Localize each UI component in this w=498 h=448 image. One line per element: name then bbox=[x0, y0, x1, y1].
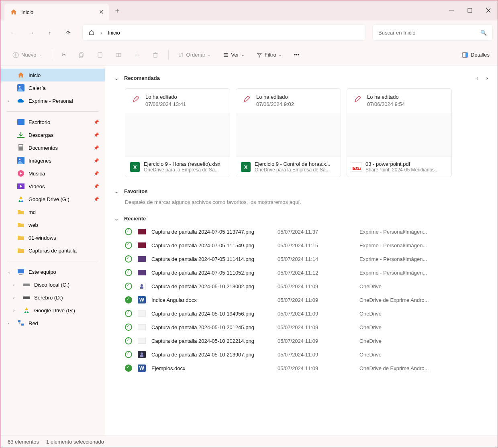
sidebar-item-this-pc[interactable]: ⌄ Este equipo bbox=[0, 265, 105, 278]
address-bar[interactable]: › Inicio bbox=[82, 24, 366, 41]
item-count: 63 elementos bbox=[8, 439, 39, 445]
filter-button[interactable]: Filtro⌄ bbox=[253, 49, 286, 60]
pin-icon[interactable]: 📌 bbox=[94, 184, 99, 189]
copy-button[interactable] bbox=[74, 49, 89, 61]
cut-button[interactable]: ✂ bbox=[58, 49, 70, 60]
svg-rect-39 bbox=[138, 270, 146, 275]
section-recommended-header[interactable]: ⌄ Recomendada ‹ › bbox=[114, 72, 488, 84]
rename-button[interactable] bbox=[111, 49, 126, 61]
sidebar-item-drive[interactable]: › Disco local (C:) bbox=[0, 278, 105, 291]
sidebar-item-home[interactable]: Inicio bbox=[0, 69, 105, 81]
sidebar-item-network[interactable]: › Red bbox=[0, 317, 105, 330]
recent-row[interactable]: Captura de pantalla 2024-07-05 113747.pn… bbox=[114, 225, 488, 238]
recent-row[interactable]: Captura de pantalla 2024-07-05 111052.pn… bbox=[114, 266, 488, 279]
new-tab-button[interactable]: ＋ bbox=[114, 6, 121, 15]
section-recent-header[interactable]: ⌄ Reciente bbox=[114, 212, 488, 225]
sort-button[interactable]: Ordenar⌄ bbox=[174, 49, 215, 60]
sidebar-item-quick[interactable]: Descargas📌 bbox=[0, 128, 105, 141]
prev-button[interactable]: ‹ bbox=[476, 75, 478, 81]
close-icon[interactable]: ✕ bbox=[99, 8, 104, 16]
search-box[interactable]: Buscar en Inicio 🔍 bbox=[372, 24, 493, 41]
sidebar-item-gallery[interactable]: Galería bbox=[0, 81, 105, 94]
svg-rect-38 bbox=[138, 256, 146, 262]
maximize-button[interactable] bbox=[461, 2, 479, 18]
new-button[interactable]: Nuevo ⌄ bbox=[8, 49, 46, 61]
recent-row[interactable]: Captura de pantalla 2024-05-10 202214.pn… bbox=[114, 334, 488, 348]
chevron-right-icon[interactable]: › bbox=[13, 283, 14, 287]
close-window-button[interactable] bbox=[479, 2, 498, 18]
svg-rect-46 bbox=[138, 324, 146, 330]
sidebar-item-quick[interactable]: 01-windows bbox=[0, 231, 105, 244]
view-button[interactable]: Ver⌄ bbox=[219, 49, 249, 60]
recommended-card[interactable]: Lo ha editado07/06/2024 13:41 X Ejercici… bbox=[125, 88, 230, 177]
minimize-button[interactable] bbox=[442, 2, 461, 18]
up-button[interactable]: ↑ bbox=[42, 25, 57, 40]
sidebar-item-quick[interactable]: Escritorio📌 bbox=[0, 116, 105, 128]
sidebar-item-drive[interactable]: › Google Drive (G:) bbox=[0, 304, 105, 317]
sidebar-item-quick[interactable]: Capturas de pantalla bbox=[0, 244, 105, 257]
separator bbox=[168, 50, 169, 60]
pin-icon[interactable]: 📌 bbox=[94, 145, 99, 151]
sidebar-item-label: Inicio bbox=[29, 72, 41, 78]
next-button[interactable]: › bbox=[486, 75, 488, 81]
pin-icon[interactable]: 📌 bbox=[94, 120, 99, 125]
svg-rect-21 bbox=[18, 269, 24, 273]
forward-button[interactable]: → bbox=[24, 25, 39, 40]
sidebar-item-quick[interactable]: Vídeos📌 bbox=[0, 180, 105, 193]
recent-row[interactable]: Captura de pantalla 2024-05-10 213002.pn… bbox=[114, 279, 488, 293]
recent-row[interactable]: Captura de pantalla 2024-05-10 194956.pn… bbox=[114, 307, 488, 320]
chevron-down-icon[interactable]: ⌄ bbox=[8, 270, 11, 274]
details-button[interactable]: Detalles bbox=[462, 52, 490, 58]
pin-icon[interactable]: 📌 bbox=[94, 171, 99, 176]
titlebar: Inicio ✕ ＋ bbox=[0, 0, 498, 20]
edit-icon bbox=[352, 94, 363, 105]
recent-row[interactable]: Captura de pantalla 2024-07-05 111414.pn… bbox=[114, 252, 488, 266]
recent-row[interactable]: Captura de pantalla 2024-07-05 111549.pn… bbox=[114, 238, 488, 252]
sidebar-item-label: web bbox=[29, 222, 38, 228]
section-favorites-header[interactable]: ⌄ Favoritos bbox=[114, 185, 488, 198]
sidebar-item-onedrive[interactable]: › Exprime - Personal bbox=[0, 94, 105, 107]
paste-button[interactable] bbox=[93, 49, 107, 61]
pc-icon bbox=[17, 268, 24, 275]
chevron-right-icon[interactable]: › bbox=[13, 295, 14, 300]
file-icon bbox=[138, 351, 146, 358]
recommended-cards: Lo ha editado07/06/2024 13:41 X Ejercici… bbox=[125, 88, 488, 177]
chevron-right-icon[interactable]: › bbox=[13, 308, 14, 313]
card-location: OneDrive para la Empresa de Sa... bbox=[255, 167, 331, 173]
sidebar-item-drive[interactable]: › Serebro (D:) bbox=[0, 291, 105, 304]
file-location: OneDrive bbox=[359, 283, 488, 289]
sidebar-item-quick[interactable]: Google Drive (G:)📌 bbox=[0, 193, 105, 206]
more-button[interactable]: ••• bbox=[290, 49, 304, 60]
tab-inicio[interactable]: Inicio ✕ bbox=[4, 4, 109, 20]
sidebar-item-quick[interactable]: md bbox=[0, 206, 105, 218]
pin-icon[interactable]: 📌 bbox=[94, 158, 99, 163]
sidebar-item-quick[interactable]: Imágenes📌 bbox=[0, 154, 105, 167]
recent-row[interactable]: W Ejemplos.docx 05/07/2024 11:09 OneDriv… bbox=[114, 361, 488, 375]
recent-list: Captura de pantalla 2024-07-05 113747.pn… bbox=[114, 225, 488, 375]
card-preview bbox=[125, 113, 230, 157]
chevron-down-icon: ⌄ bbox=[208, 53, 211, 57]
recent-row[interactable]: Captura de pantalla 2024-05-10 213907.pn… bbox=[114, 348, 488, 361]
home-icon bbox=[88, 29, 95, 36]
pin-icon[interactable]: 📌 bbox=[94, 197, 99, 202]
recent-row[interactable]: Captura de pantalla 2024-05-10 201245.pn… bbox=[114, 320, 488, 334]
chevron-right-icon[interactable]: › bbox=[8, 99, 9, 103]
recent-row[interactable]: W Indice Angular.docx 05/07/2024 11:09 O… bbox=[114, 293, 488, 307]
share-button[interactable] bbox=[130, 49, 144, 61]
sidebar-item-quick[interactable]: Música📌 bbox=[0, 167, 105, 180]
sidebar-item-quick[interactable]: Documentos📌 bbox=[0, 141, 105, 154]
recommended-card[interactable]: Lo ha editado07/06/2024 9:02 X Ejercicio… bbox=[236, 88, 341, 177]
trash-icon bbox=[152, 52, 159, 58]
svg-point-49 bbox=[141, 352, 143, 355]
back-button[interactable]: ← bbox=[5, 25, 20, 40]
sidebar-item-label: Escritorio bbox=[29, 119, 50, 125]
recommended-card[interactable]: Lo ha editado07/06/2024 9:54 PDF 03 - po… bbox=[347, 88, 452, 177]
chevron-right-icon[interactable]: › bbox=[8, 321, 9, 326]
sidebar-item-quick[interactable]: web bbox=[0, 218, 105, 231]
refresh-button[interactable]: ⟳ bbox=[61, 25, 76, 40]
home-icon bbox=[17, 71, 24, 79]
separator bbox=[52, 50, 52, 60]
breadcrumb[interactable]: Inicio bbox=[108, 30, 120, 36]
pin-icon[interactable]: 📌 bbox=[94, 132, 99, 138]
delete-button[interactable] bbox=[148, 49, 163, 61]
